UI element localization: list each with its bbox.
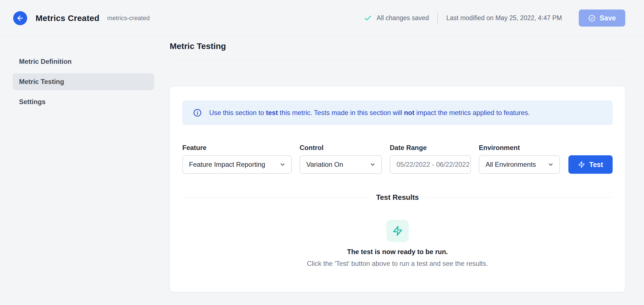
section-nav: Metric Definition Metric Testing Setting…	[13, 53, 154, 110]
date-range-input[interactable]	[390, 155, 471, 174]
banner-segment: Use this section to	[209, 109, 266, 116]
save-button[interactable]: Save	[579, 10, 625, 27]
info-banner-text: Use this section to test this metric. Te…	[209, 109, 530, 117]
feature-field: Feature Feature Impact Reporting	[182, 144, 292, 174]
divider-line	[426, 197, 613, 198]
sidebar-item-metric-testing[interactable]: Metric Testing	[13, 73, 154, 90]
control-select-value: Variation On	[306, 161, 343, 168]
main-content: Metric Testing Use this section to test …	[170, 36, 627, 292]
arrow-left-icon	[16, 14, 24, 22]
metric-testing-card: Use this section to test this metric. Te…	[170, 86, 625, 292]
chevron-down-icon	[548, 161, 554, 168]
control-field: Control Variation On	[300, 144, 382, 174]
environment-select-value: All Environments	[486, 161, 536, 168]
feature-select-value: Feature Impact Reporting	[189, 161, 265, 168]
lightning-bolt-icon	[392, 226, 403, 236]
sidebar-item-label: Metric Definition	[19, 58, 72, 65]
test-config-row: Feature Feature Impact Reporting Control…	[182, 144, 613, 174]
metric-key: metrics-created	[107, 15, 150, 22]
environment-label: Environment	[479, 144, 560, 152]
test-ready-empty-state: The test is now ready to be run. Click t…	[182, 202, 613, 268]
divider-line	[182, 197, 369, 198]
control-select[interactable]: Variation On	[300, 155, 382, 174]
section-heading: Metric Testing	[170, 40, 627, 53]
info-banner: Use this section to test this metric. Te…	[182, 100, 613, 125]
sidebar-item-label: Metric Testing	[19, 78, 64, 86]
sidebar-item-metric-definition[interactable]: Metric Definition	[13, 53, 154, 70]
date-range-label: Date Range	[390, 144, 471, 152]
saved-status-text: All changes saved	[377, 14, 429, 22]
info-circle-icon	[193, 108, 202, 117]
header-status-group: All changes saved Last modified on May 2…	[364, 10, 625, 27]
sidebar-item-label: Settings	[19, 98, 46, 106]
run-test-button-label: Test	[589, 161, 603, 169]
last-modified-text: Last modified on May 25, 2022, 4:47 PM	[446, 14, 562, 22]
banner-segment-bold: test	[266, 109, 278, 116]
page-title: Metrics Created	[36, 13, 99, 23]
empty-state-tile	[386, 220, 409, 242]
lightning-bolt-icon	[578, 161, 585, 168]
environment-field: Environment All Environments	[479, 144, 560, 174]
chevron-down-icon	[370, 161, 376, 168]
feature-select[interactable]: Feature Impact Reporting	[182, 155, 292, 174]
banner-segment: this metric. Tests made in this section …	[278, 109, 404, 116]
banner-segment: impact the metrics applied to features.	[414, 109, 530, 116]
top-bar: Metrics Created metrics-created All chan…	[0, 0, 644, 36]
feature-label: Feature	[182, 144, 292, 152]
sidebar-item-settings[interactable]: Settings	[13, 93, 154, 110]
test-results-heading: Test Results	[376, 193, 419, 202]
banner-segment-bold: not	[404, 109, 414, 116]
run-test-button[interactable]: Test	[568, 155, 613, 174]
check-circle-icon	[588, 14, 596, 22]
back-button[interactable]	[13, 11, 27, 25]
control-label: Control	[300, 144, 382, 152]
chevron-down-icon	[279, 161, 286, 168]
date-range-field: Date Range	[390, 144, 471, 174]
check-icon	[364, 14, 372, 22]
test-results-divider: Test Results	[182, 193, 613, 202]
save-button-label: Save	[599, 14, 616, 22]
ready-subtitle: Click the 'Test' button above to run a t…	[307, 259, 488, 268]
header-divider	[437, 12, 438, 24]
ready-title: The test is now ready to be run.	[347, 248, 448, 256]
heading-divider	[170, 60, 627, 61]
environment-select[interactable]: All Environments	[479, 155, 560, 174]
